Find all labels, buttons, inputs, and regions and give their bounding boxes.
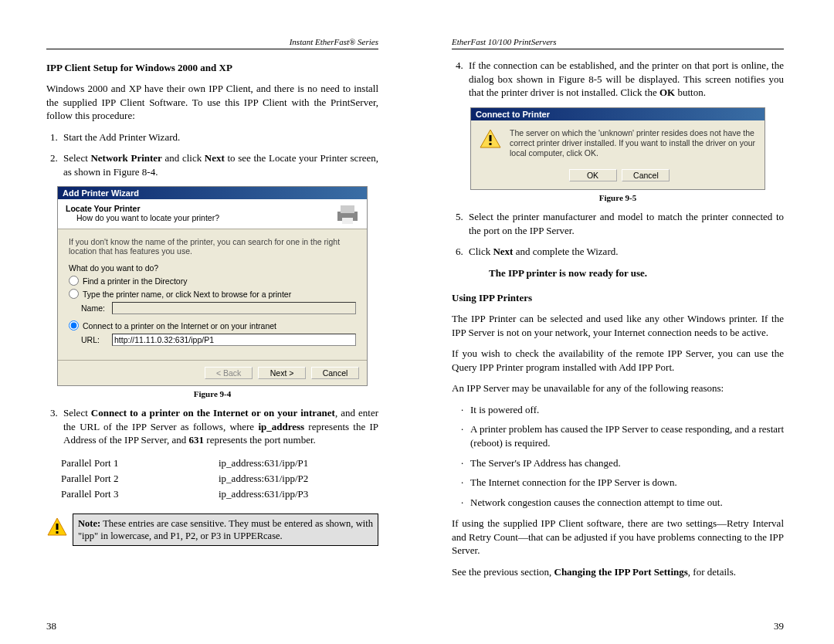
dialog-prompt: What do you want to do? [69, 263, 356, 273]
book-header-left: Instant EtherFast® Series [46, 37, 378, 46]
warning-icon [479, 128, 502, 150]
name-label: Name: [81, 303, 107, 313]
step-6: Click Next and complete the Wizard. [466, 245, 784, 259]
svg-rect-1 [341, 205, 354, 213]
printer-icon [334, 204, 361, 225]
body-text: An IPP Server may be unavailable for any… [452, 381, 784, 395]
list-item: The Server's IP Address has changed. [470, 456, 784, 470]
dialog-titlebar: Connect to Printer [471, 108, 764, 120]
list-item: The Internet connection for the IPP Serv… [470, 476, 784, 490]
page-number: 38 [46, 620, 56, 632]
radio-directory[interactable] [69, 276, 79, 286]
dialog-message: The server on which the 'unknown' printe… [510, 128, 757, 158]
dialog-titlebar: Add Printer Wizard [58, 187, 367, 199]
radio-type-name[interactable] [69, 289, 79, 299]
table-row: Parallel Port 2ip_address:631/ipp/P2 [60, 472, 309, 486]
radio-label: Type the printer name, or click Next to … [83, 290, 291, 299]
svg-rect-4 [56, 524, 59, 530]
dialog-help-text: If you don't know the name of the printe… [69, 237, 356, 256]
svg-rect-2 [342, 218, 353, 224]
step-5: Select the printer manufacturer and mode… [466, 210, 784, 237]
page-number: 39 [774, 620, 784, 632]
book-header-right: EtherFast 10/100 PrintServers [452, 37, 784, 46]
cancel-button[interactable]: Cancel [622, 169, 670, 181]
rule [452, 49, 784, 49]
cancel-button[interactable]: Cancel [311, 367, 359, 379]
add-printer-wizard-dialog: Add Printer Wizard Locate Your Printer H… [57, 186, 368, 386]
radio-label: Find a printer in the Directory [83, 276, 187, 286]
printer-url-input[interactable] [112, 334, 356, 346]
step-4: If the connection can be established, an… [466, 59, 784, 100]
next-button[interactable]: Next > [258, 367, 306, 379]
figure-caption: Figure 9-5 [452, 193, 784, 202]
list-item: It is powered off. [470, 403, 784, 417]
dialog-heading: Locate Your Printer [66, 204, 359, 213]
step-1: Start the Add Printer Wizard. [60, 130, 378, 144]
url-label: URL: [81, 335, 107, 344]
radio-label: Connect to a printer on the Internet or … [83, 321, 276, 330]
svg-rect-7 [490, 135, 492, 141]
port-table: Parallel Port 1ip_address:631/ipp/P1 Par… [59, 455, 310, 503]
body-text: If you wish to check the availability of… [452, 347, 784, 374]
rule [46, 49, 378, 49]
svg-rect-8 [490, 143, 492, 145]
table-row: Parallel Port 1ip_address:631/ipp/P1 [60, 456, 309, 470]
body-text: The IPP Printer can be selected and used… [452, 312, 784, 339]
connect-to-printer-dialog: Connect to Printer The server on which t… [470, 107, 765, 190]
svg-rect-5 [56, 531, 59, 534]
warning-icon [46, 517, 68, 538]
ok-button[interactable]: OK [569, 169, 617, 181]
figure-caption: Figure 9-4 [46, 389, 378, 398]
dialog-subheading: How do you want to locate your printer? [76, 213, 359, 222]
table-row: Parallel Port 3ip_address:631/ipp/P3 [60, 487, 309, 501]
back-button[interactable]: < Back [205, 367, 253, 379]
step-3: Select Connect to a printer on the Inter… [60, 406, 378, 447]
section-heading: IPP Client Setup for Windows 2000 and XP [46, 62, 378, 74]
ready-notice: The IPP printer is now ready for use. [489, 267, 647, 279]
body-text: See the previous section, Changing the I… [452, 565, 784, 579]
radio-internet[interactable] [69, 320, 79, 330]
body-text: Windows 2000 and XP have their own IPP C… [46, 82, 378, 123]
step-2: Select Network Printer and click Next to… [60, 151, 378, 178]
printer-name-input[interactable] [112, 302, 356, 314]
list-item: Network congestion causes the connection… [470, 496, 784, 510]
note-box: Note: These entries are case sensitive. … [73, 514, 378, 547]
section-heading: Using IPP Printers [452, 292, 784, 304]
list-item: A printer problem has caused the IPP Ser… [470, 422, 784, 449]
body-text: If using the supplied IPP Client softwar… [452, 517, 784, 558]
